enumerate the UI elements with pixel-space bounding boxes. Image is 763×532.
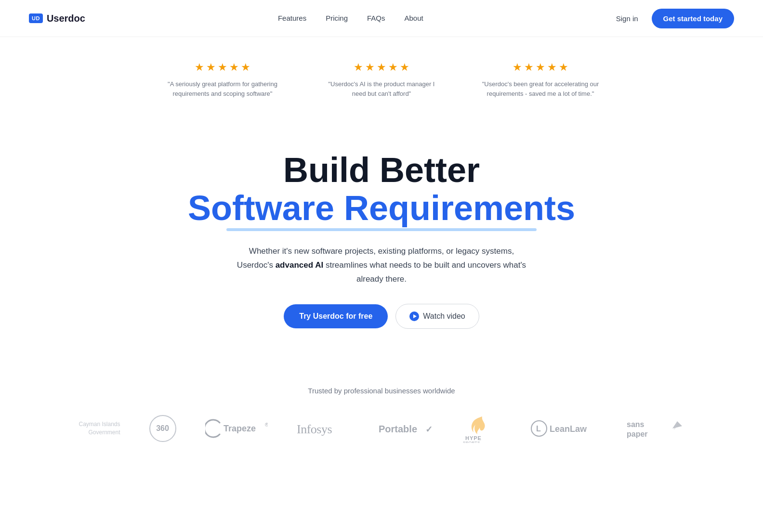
cayman-text: Cayman IslandsGovernment xyxy=(79,420,120,437)
logo-hype: HYPE SPORTS xyxy=(463,414,501,443)
logo-link[interactable]: UD Userdoc xyxy=(29,13,85,24)
hero-subtitle: Whether it's new software projects, exis… xyxy=(232,245,531,286)
star: ★ xyxy=(536,61,545,74)
logo-360-circle: 360 xyxy=(149,415,176,442)
logo-portable: Portable ✓ xyxy=(379,419,434,438)
logo-360: 360 xyxy=(149,415,176,442)
nav-pricing[interactable]: Pricing xyxy=(326,14,348,22)
logo-text: Userdoc xyxy=(47,13,85,24)
svg-text:®: ® xyxy=(265,422,268,428)
hero-subtitle-bold: advanced AI xyxy=(276,260,324,270)
star: ★ xyxy=(388,61,398,74)
svg-text:SPORTS: SPORTS xyxy=(463,441,480,443)
navbar: UD Userdoc Features Pricing FAQs About S… xyxy=(0,0,763,37)
logo-infosys: Infosys xyxy=(297,419,350,438)
star: ★ xyxy=(206,61,216,74)
testimonial-text-2: "Userdoc's AI is the product manager I n… xyxy=(321,79,442,98)
nav-faqs[interactable]: FAQs xyxy=(367,14,385,22)
star: ★ xyxy=(365,61,375,74)
trapeze-svg: Trapeze ® xyxy=(205,419,268,438)
stars-2: ★ ★ ★ ★ ★ xyxy=(354,61,409,74)
star: ★ xyxy=(524,61,534,74)
svg-text:LeanLaw: LeanLaw xyxy=(550,424,587,434)
star: ★ xyxy=(400,61,409,74)
logos-tagline: Trusted by professional businesses world… xyxy=(19,387,744,395)
logos-row: Cayman IslandsGovernment 360 Trapeze ® I… xyxy=(19,414,744,443)
play-icon xyxy=(409,311,419,321)
svg-text:L: L xyxy=(536,425,541,433)
nav-about[interactable]: About xyxy=(405,14,423,22)
stars-3: ★ ★ ★ ★ ★ xyxy=(513,61,568,74)
star: ★ xyxy=(547,61,557,74)
star: ★ xyxy=(241,61,250,74)
svg-text:Infosys: Infosys xyxy=(297,422,332,436)
testimonials-section: ★ ★ ★ ★ ★ "A seriously great platform fo… xyxy=(0,37,763,113)
hero-section: Build Better Software Requirements Wheth… xyxy=(0,113,763,358)
try-free-button[interactable]: Try Userdoc for free xyxy=(284,304,388,328)
infosys-svg: Infosys xyxy=(297,419,350,438)
watch-video-button[interactable]: Watch video xyxy=(395,304,479,329)
star: ★ xyxy=(354,61,363,74)
star: ★ xyxy=(229,61,239,74)
hero-buttons: Try Userdoc for free Watch video xyxy=(284,304,479,329)
logo-leanlaw: L LeanLaw xyxy=(530,419,598,438)
svg-text:Trapeze: Trapeze xyxy=(224,424,256,433)
sign-in-link[interactable]: Sign in xyxy=(616,14,638,23)
logo-sanspaper: sans paper xyxy=(627,416,684,441)
testimonial-text-3: "Userdoc's been great for accelerating o… xyxy=(480,79,601,98)
svg-marker-12 xyxy=(672,421,682,428)
logo-cayman: Cayman IslandsGovernment xyxy=(79,420,120,437)
logo-trapeze: Trapeze ® xyxy=(205,419,268,438)
star: ★ xyxy=(559,61,568,74)
svg-text:paper: paper xyxy=(627,430,648,438)
star: ★ xyxy=(218,61,227,74)
testimonial-text-1: "A seriously great platform for gatherin… xyxy=(162,79,283,98)
star: ★ xyxy=(513,61,522,74)
hero-subtitle-part2: streamlines what needs to be built and u… xyxy=(326,260,526,284)
svg-text:✓: ✓ xyxy=(425,425,433,434)
watch-video-label: Watch video xyxy=(423,312,465,321)
sanspaper-svg: sans paper xyxy=(627,416,684,441)
logos-section: Trusted by professional businesses world… xyxy=(0,358,763,462)
stars-1: ★ ★ ★ ★ ★ xyxy=(195,61,250,74)
svg-text:Portable: Portable xyxy=(379,424,417,434)
nav-links: Features Pricing FAQs About xyxy=(278,14,423,23)
testimonial-2: ★ ★ ★ ★ ★ "Userdoc's AI is the product m… xyxy=(321,61,442,98)
logo-badge: UD xyxy=(29,13,43,23)
portable-svg: Portable ✓ xyxy=(379,419,434,438)
testimonial-1: ★ ★ ★ ★ ★ "A seriously great platform fo… xyxy=(162,61,283,98)
hero-title-line2-wrapper: Software Requirements xyxy=(188,189,575,227)
hero-title-line2: Software Requirements xyxy=(188,189,575,227)
hero-title: Build Better Software Requirements xyxy=(188,151,575,227)
star: ★ xyxy=(195,61,204,74)
testimonial-3: ★ ★ ★ ★ ★ "Userdoc's been great for acce… xyxy=(480,61,601,98)
svg-text:sans: sans xyxy=(627,420,645,428)
nav-features[interactable]: Features xyxy=(278,14,306,22)
hero-title-line1: Build Better xyxy=(188,151,575,189)
star: ★ xyxy=(377,61,386,74)
leanlaw-svg: L LeanLaw xyxy=(530,419,598,438)
hype-svg: HYPE SPORTS xyxy=(463,414,501,443)
get-started-button[interactable]: Get started today xyxy=(652,9,734,28)
nav-right: Sign in Get started today xyxy=(616,9,734,28)
